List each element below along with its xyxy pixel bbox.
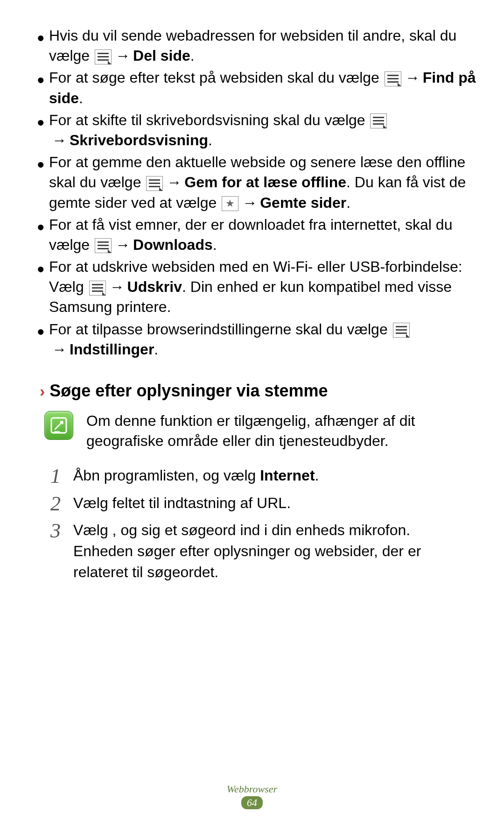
step-item: 2Vælg feltet til indtastning af URL. [44, 493, 478, 515]
bold-text: Del side [133, 47, 190, 64]
page-footer: Webbrowser 64 [0, 783, 504, 809]
bullet-item: ●For at få vist emner, der er downloadet… [40, 215, 478, 255]
bullet-dot-icon: ● [37, 31, 45, 44]
menu-icon [370, 113, 387, 128]
menu-icon [146, 176, 163, 191]
menu-icon [95, 238, 112, 253]
bullet-dot-icon: ● [37, 220, 45, 233]
menu-icon [393, 323, 410, 338]
step-body: Åbn programlisten, og vælg Internet. [67, 465, 333, 486]
note-icon [44, 411, 73, 440]
arrow-icon: → [167, 174, 182, 191]
step-item: 3Vælg , og sig et søgeord ind i din enhe… [44, 520, 478, 582]
bold-text: Gem for at læse offline [184, 174, 346, 191]
bullet-item: ●For at udskrive websiden med en Wi-Fi- … [40, 257, 478, 318]
arrow-icon: → [242, 194, 257, 211]
bold-text: Internet [260, 467, 315, 484]
step-number: 3 [44, 520, 67, 542]
bullet-item: ●For at søge efter tekst på websiden ska… [40, 68, 478, 108]
bullet-dot-icon: ● [37, 73, 45, 86]
arrow-icon: → [115, 47, 130, 64]
arrow-icon: → [52, 341, 67, 358]
bold-text: Downloads [133, 236, 213, 253]
bold-text: Skrivebordsvisning [70, 132, 208, 148]
bullet-item: ●For at skifte til skrivebordsvisning sk… [40, 110, 478, 150]
menu-icon [89, 281, 106, 296]
step-body: Vælg , og sig et søgeord ind i din enhed… [67, 520, 478, 582]
bold-text: Udskriv [127, 278, 182, 295]
bullet-item: ●For at tilpasse browserindstillingerne … [40, 319, 478, 360]
bullet-dot-icon: ● [37, 116, 45, 129]
menu-icon [385, 71, 401, 86]
document-page: ●Hvis du vil sende webadressen for websi… [0, 0, 504, 827]
arrow-icon: → [52, 132, 67, 148]
note-text: Om denne funktion er tilgængelig, afhæng… [86, 411, 478, 451]
steps-list: 1Åbn programlisten, og vælg Internet.2Væ… [44, 465, 478, 582]
arrow-icon: → [405, 69, 420, 86]
arrow-icon: → [110, 278, 125, 295]
chevron-icon: › [40, 382, 45, 400]
footer-category: Webbrowser [0, 783, 504, 795]
bullet-list: ●Hvis du vil sende webadressen for websi… [26, 26, 478, 360]
bullet-dot-icon: ● [37, 325, 45, 338]
step-item: 1Åbn programlisten, og vælg Internet. [44, 465, 478, 488]
bullet-item: ●Hvis du vil sende webadressen for websi… [40, 26, 478, 66]
bold-text: Indstillinger [70, 341, 154, 358]
arrow-icon: → [115, 236, 130, 253]
menu-icon [95, 49, 112, 64]
section-title: Søge efter oplysninger via stemme [49, 381, 328, 401]
page-number: 64 [241, 796, 263, 809]
star-box-icon: ★ [222, 196, 238, 211]
note-block: Om denne funktion er tilgængelig, afhæng… [44, 411, 478, 451]
bullet-dot-icon: ● [37, 158, 45, 171]
step-number: 1 [44, 465, 67, 488]
section-heading: › Søge efter oplysninger via stemme [40, 381, 478, 401]
bullet-dot-icon: ● [37, 262, 45, 276]
bold-text: Gemte sider [260, 194, 346, 211]
bullet-item: ●For at gemme den aktuelle webside og se… [40, 152, 478, 213]
step-body: Vælg feltet til indtastning af URL. [67, 493, 305, 514]
step-number: 2 [44, 493, 67, 515]
